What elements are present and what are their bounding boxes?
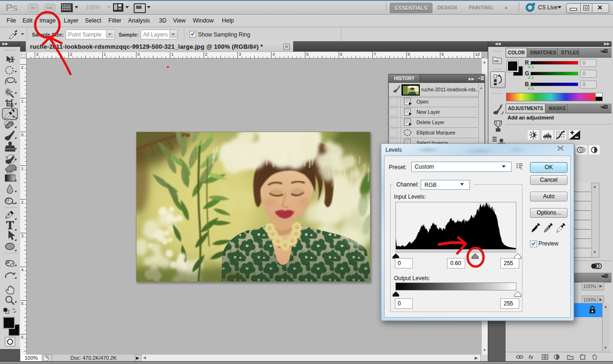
svg-text:2: 2 xyxy=(21,65,23,70)
svg-text:6: 6 xyxy=(340,52,342,57)
svg-text:8: 8 xyxy=(408,52,410,57)
svg-text:3: 3 xyxy=(239,52,241,57)
svg-text:5: 5 xyxy=(21,301,23,306)
svg-text:10: 10 xyxy=(475,52,480,57)
svg-text:New Layer: New Layer xyxy=(416,109,440,115)
svg-text:5: 5 xyxy=(306,52,309,57)
svg-text:1: 1 xyxy=(21,99,23,104)
svg-text:Mb: Mb xyxy=(494,59,499,63)
svg-text:0: 0 xyxy=(137,52,140,57)
svg-text:3: 3 xyxy=(36,52,38,57)
svg-text:2: 2 xyxy=(21,200,23,205)
svg-text:2: 2 xyxy=(205,52,207,57)
svg-text:Elliptical Marquee: Elliptical Marquee xyxy=(416,130,455,135)
svg-text:3: 3 xyxy=(21,234,23,238)
svg-text:1: 1 xyxy=(104,52,106,57)
svg-text:Delete Layer: Delete Layer xyxy=(416,119,445,125)
svg-text:fx: fx xyxy=(529,354,534,360)
svg-text:6: 6 xyxy=(21,335,23,340)
svg-text:Open: Open xyxy=(416,99,429,104)
svg-text:1: 1 xyxy=(21,166,23,171)
svg-text:7: 7 xyxy=(374,52,376,57)
svg-text:2: 2 xyxy=(70,52,72,57)
svg-text:4: 4 xyxy=(272,52,275,57)
svg-text:0: 0 xyxy=(21,133,23,137)
svg-text:4: 4 xyxy=(21,267,23,272)
svg-text:9: 9 xyxy=(441,52,444,57)
svg-text:1: 1 xyxy=(171,52,174,57)
